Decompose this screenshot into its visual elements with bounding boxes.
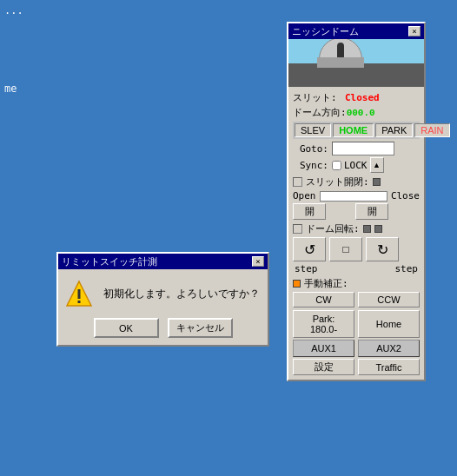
park-value: 180.0- — [310, 324, 337, 334]
ok-button[interactable]: OK — [94, 318, 159, 338]
dome-image — [288, 39, 424, 87]
slit-indicator — [373, 178, 381, 186]
slit-buttons-row: 開 開 — [293, 203, 420, 220]
home-button[interactable]: HOME — [333, 123, 374, 137]
dome-content: スリット: Closed ドーム方向: 000.0 SLEV HOME PARK… — [288, 87, 424, 380]
goto-label: Goto: — [293, 143, 332, 155]
slit-close-button[interactable]: 開 — [355, 203, 388, 220]
slit-status-row: スリット: Closed — [293, 91, 420, 104]
manual-header: 手動補正: — [293, 277, 420, 290]
slit-open-button[interactable]: 開 — [293, 203, 326, 220]
dome-rot-buttons-row: ↺ □ ↻ — [293, 237, 420, 261]
slit-close-label: Close — [391, 190, 420, 202]
dome-title: ニッシンドーム — [292, 25, 359, 38]
rain-button[interactable]: RAIN — [414, 123, 449, 137]
manual-indicator — [293, 280, 301, 288]
slit-label: スリット: — [293, 91, 345, 104]
lock-up-button[interactable]: ▲ — [370, 157, 384, 173]
settings-row: 設定 Traffic — [293, 359, 420, 375]
settings-button[interactable]: 設定 — [293, 359, 354, 375]
alert-content-area: 初期化します。よろしいですか？ — [58, 269, 268, 314]
goto-input[interactable] — [332, 142, 394, 155]
dome-rot-indicator2 — [374, 225, 382, 233]
sync-row: Sync: LOCK ▲ — [293, 157, 420, 173]
cw-button[interactable]: CW — [293, 292, 354, 307]
dome-dir-value: 000.0 — [347, 108, 375, 118]
dome-rot-label: ドーム回転: — [306, 222, 360, 235]
ccw-button[interactable]: CCW — [358, 292, 420, 307]
warning-icon — [65, 280, 93, 307]
goto-row: Goto: — [293, 142, 420, 155]
desktop-text-dots: ... — [4, 4, 23, 17]
dome-dir-row: ドーム方向: 000.0 — [293, 106, 420, 119]
slit-header: スリット開閉: — [293, 175, 420, 188]
dome-close-button[interactable]: × — [408, 26, 421, 36]
dome-dir-label: ドーム方向: — [293, 106, 347, 119]
dome-control-window: ニッシンドーム × スリット: Closed ドーム方向: 000.0 SLEV… — [287, 22, 426, 381]
traffic-button[interactable]: Traffic — [358, 359, 420, 375]
alert-message: 初期化します。よろしいですか？ — [103, 287, 260, 301]
slit-progress-bar — [320, 191, 387, 202]
sync-checkbox-area: LOCK ▲ — [332, 157, 384, 173]
building-base — [317, 57, 364, 68]
step-left-label: step — [295, 263, 318, 274]
slit-value: Closed — [345, 92, 380, 103]
alert-buttons-area: OK キャンセル — [58, 314, 268, 345]
desktop-text-me: me — [4, 83, 17, 95]
home-button-main[interactable]: Home — [358, 310, 420, 338]
aux2-button[interactable]: AUX2 — [358, 340, 420, 357]
rot-ccw-button[interactable]: ↺ — [293, 237, 326, 261]
dome-rot-checkbox[interactable] — [293, 224, 302, 234]
dome-rot-indicator1 — [363, 225, 371, 233]
manual-buttons-row: CW CCW — [293, 292, 420, 307]
aux-row: AUX1 AUX2 — [293, 340, 420, 357]
dome-rot-header: ドーム回転: — [293, 222, 420, 235]
park-home-row: Park: 180.0- Home — [293, 310, 420, 338]
slit-checkbox[interactable] — [293, 177, 302, 187]
slit-section: スリット開閉: Open Close 開 開 — [293, 175, 420, 220]
step-right-label: step — [395, 263, 419, 274]
park-label: Park: — [313, 314, 335, 324]
slit-open-label: Open — [293, 190, 316, 202]
park-button[interactable]: PARK — [375, 123, 413, 137]
aux1-button[interactable]: AUX1 — [293, 340, 354, 357]
alert-dialog: リミットスイッチ計測 × 初期化します。よろしいですか？ OK キャンセル — [56, 252, 269, 347]
svg-rect-1 — [78, 289, 81, 299]
rot-stop-button[interactable]: □ — [329, 237, 362, 261]
mode-buttons-row: SLEV HOME PARK RAIN — [293, 122, 420, 139]
alert-close-button[interactable]: × — [252, 256, 264, 267]
manual-correction-section: 手動補正: CW CCW — [293, 277, 420, 307]
alert-title: リミットスイッチ計測 — [62, 255, 157, 268]
manual-label: 手動補正: — [304, 277, 348, 290]
slit-open-close-labels: Open Close — [293, 190, 420, 202]
step-labels-row: step step — [293, 263, 420, 274]
alert-titlebar: リミットスイッチ計測 × — [58, 254, 268, 269]
lock-label: LOCK — [344, 160, 368, 171]
dome-titlebar: ニッシンドーム × — [288, 23, 424, 39]
rot-cw-button[interactable]: ↻ — [366, 237, 399, 261]
cancel-button[interactable]: キャンセル — [168, 318, 233, 338]
dome-rotation-section: ドーム回転: ↺ □ ↻ step step — [293, 222, 420, 274]
slev-button[interactable]: SLEV — [295, 123, 331, 137]
sync-label: Sync: — [293, 160, 332, 171]
lock-checkbox[interactable] — [332, 161, 341, 170]
slit-section-label: スリット開閉: — [306, 175, 369, 188]
park-button-main[interactable]: Park: 180.0- — [293, 310, 354, 338]
svg-rect-2 — [78, 301, 81, 303]
